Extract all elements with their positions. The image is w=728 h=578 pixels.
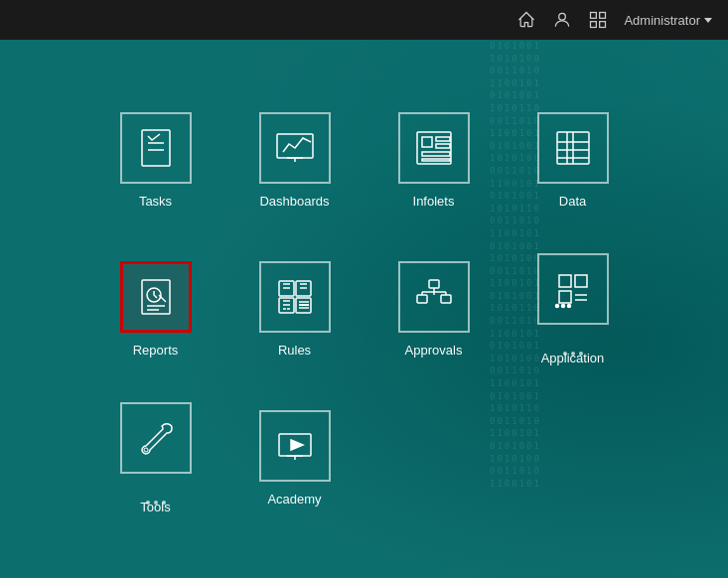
tools-dots [146, 501, 166, 505]
rules-icon [273, 275, 317, 319]
reports-icon-box [120, 261, 192, 333]
apps-icon[interactable] [588, 10, 608, 30]
menu-item-reports[interactable]: Reports [86, 234, 225, 383]
svg-rect-3 [591, 22, 597, 28]
topbar: Administrator [0, 0, 728, 40]
rules-icon-box [259, 261, 331, 333]
tasks-icon-box [120, 112, 192, 184]
menu-item-tools[interactable]: Tools [86, 383, 225, 532]
svg-point-54 [144, 448, 148, 452]
svg-rect-43 [417, 295, 427, 303]
svg-rect-15 [422, 152, 450, 156]
svg-rect-4 [600, 22, 606, 28]
svg-point-51 [555, 304, 558, 307]
dashboards-label: Dashboards [259, 194, 329, 209]
dashboards-icon-box [259, 112, 331, 184]
application-icon [551, 267, 595, 311]
tasks-icon [134, 126, 178, 170]
data-icon-box [537, 112, 609, 184]
application-icon-box [537, 253, 609, 325]
admin-caret-icon [704, 18, 712, 23]
infolets-label: Infolets [413, 194, 455, 209]
tasks-label: Tasks [139, 194, 172, 209]
academy-label: Academy [267, 492, 321, 506]
admin-menu[interactable]: Administrator [624, 13, 712, 28]
person-icon[interactable] [552, 10, 572, 30]
svg-point-0 [559, 13, 566, 20]
svg-point-53 [567, 304, 570, 307]
svg-rect-1 [591, 13, 597, 19]
menu-item-dashboards[interactable]: Dashboards [225, 85, 364, 234]
academy-icon-box [259, 410, 331, 482]
infolets-icon [412, 126, 456, 170]
svg-rect-44 [441, 295, 451, 303]
tools-icon [134, 416, 178, 460]
tools-icon-box [120, 402, 192, 474]
approvals-icon [412, 275, 456, 319]
reports-icon [134, 275, 178, 319]
svg-rect-16 [422, 159, 450, 161]
menu-item-application[interactable]: Application [504, 234, 643, 383]
rules-label: Rules [278, 343, 311, 358]
menu-item-tasks[interactable]: Tasks [86, 85, 225, 234]
approvals-label: Approvals [405, 343, 463, 358]
main-content: Tasks Dashboards [0, 40, 728, 578]
svg-rect-12 [422, 137, 432, 147]
infolets-icon-box [398, 112, 470, 184]
menu-item-academy[interactable]: Academy [225, 383, 364, 532]
svg-rect-14 [436, 144, 450, 148]
menu-item-data[interactable]: Data [504, 85, 643, 234]
data-icon [551, 126, 595, 170]
svg-point-52 [561, 304, 564, 307]
svg-rect-5 [142, 130, 170, 166]
admin-label-text: Administrator [624, 13, 700, 28]
home-icon[interactable] [516, 10, 536, 30]
academy-icon [273, 424, 317, 468]
menu-grid: Tasks Dashboards [47, 66, 682, 552]
svg-marker-56 [291, 440, 303, 450]
svg-rect-2 [600, 13, 606, 19]
menu-item-infolets[interactable]: Infolets [364, 85, 504, 234]
menu-item-approvals[interactable]: Approvals [364, 234, 504, 383]
menu-item-rules[interactable]: Rules [225, 234, 364, 383]
svg-rect-13 [436, 137, 450, 141]
approvals-icon-box [398, 261, 470, 333]
svg-rect-42 [429, 280, 439, 288]
svg-rect-8 [277, 134, 313, 158]
reports-label: Reports [133, 343, 179, 358]
data-label: Data [559, 194, 586, 209]
application-dots [563, 352, 583, 356]
dashboards-icon [273, 126, 317, 170]
